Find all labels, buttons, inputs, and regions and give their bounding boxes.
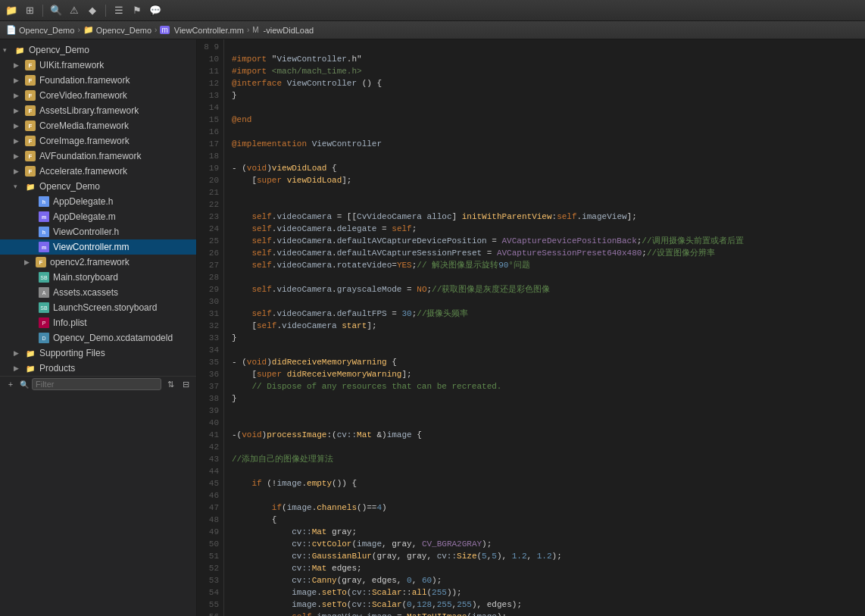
sidebar-item-opencv2[interactable]: ▶ F opencv2.framework	[0, 255, 196, 270]
xcdatamodel-icon: D	[38, 332, 50, 344]
storyboard-icon-launch: SB	[38, 302, 50, 314]
sidebar-label-coremedia: CoreMedia.framework	[39, 120, 196, 131]
toolbar-separator-2	[105, 5, 106, 17]
sidebar-label-ad-m: AppDelegate.m	[53, 211, 196, 222]
flag-icon[interactable]: ⚑	[130, 4, 144, 17]
breadcrumb-label-4: -viewDidLoad	[264, 26, 314, 35]
sidebar-bottom-bar: + 🔍 ⇅ ⊟	[0, 376, 196, 392]
chat-icon[interactable]: 💬	[148, 4, 162, 17]
view-options-icon[interactable]: ⊟	[180, 378, 192, 390]
sidebar-item-foundation[interactable]: ▶ F Foundation.framework	[0, 73, 196, 88]
sidebar-label-products: Products	[39, 363, 196, 374]
breadcrumb-icon-2: 📁	[83, 25, 94, 35]
sidebar-label-foundation: Foundation.framework	[39, 75, 196, 86]
sidebar-item-launchscreen[interactable]: SB LaunchScreen.storyboard	[0, 300, 196, 315]
filter-input[interactable]	[32, 378, 161, 390]
breadcrumb-item-4[interactable]: M -viewDidLoad	[252, 26, 314, 35]
sidebar-item-appdelegate-m[interactable]: m AppDelegate.m	[0, 209, 196, 224]
framework-icon-accelerate: F	[24, 165, 36, 177]
sidebar-item-info-plist[interactable]: P Info.plist	[0, 315, 196, 330]
tree-arrow-opencv2: ▶	[24, 258, 35, 266]
breadcrumb-label-3: ViewController.mm	[174, 26, 244, 35]
breadcrumb-icon-1: 📄	[6, 25, 17, 35]
sidebar-item-opencv-demo-group[interactable]: ▾ 📁 Opencv_Demo	[0, 179, 196, 194]
sidebar-item-accelerate[interactable]: ▶ F Accelerate.framework	[0, 164, 196, 179]
sidebar-item-viewcontroller-h[interactable]: h ViewController.h	[0, 224, 196, 239]
sidebar-label-ad-h: AppDelegate.h	[53, 196, 196, 207]
breadcrumb-sep-2: ›	[155, 26, 157, 34]
sidebar-label-supporting: Supporting Files	[39, 348, 196, 358]
breadcrumb-item-1[interactable]: 📄 Opencv_Demo	[6, 25, 74, 35]
sidebar-label-uikit: UIKit.framework	[39, 60, 196, 70]
sidebar-label-assets: Assets.xcassets	[53, 287, 196, 298]
toolbar: 📁 ⊞ 🔍 ⚠ ◆ ☰ ⚑ 💬	[0, 0, 865, 21]
folder-icon-products: 📁	[24, 362, 36, 374]
sidebar-label-opencv2: opencv2.framework	[50, 257, 196, 267]
sidebar-item-coremedia[interactable]: ▶ F CoreMedia.framework	[0, 118, 196, 133]
sidebar-item-opencv-demo-root[interactable]: ▾ 📁 Opencv_Demo	[0, 42, 196, 58]
storyboard-icon-main: SB	[38, 271, 50, 283]
sidebar-label-vc-h: ViewController.h	[53, 227, 196, 237]
sidebar-label-accelerate: Accelerate.framework	[39, 166, 196, 177]
breadcrumb-icon-3: m	[160, 26, 169, 34]
breadcrumb-item-3[interactable]: m ViewController.mm	[160, 26, 243, 35]
sidebar-item-main-storyboard[interactable]: SB Main.storyboard	[0, 270, 196, 285]
framework-icon-coremedia: F	[24, 120, 36, 132]
sidebar-label-root: Opencv_Demo	[29, 45, 196, 55]
grid-icon[interactable]: ⊞	[23, 4, 36, 17]
sidebar-label-coreimage: CoreImage.framework	[39, 136, 196, 146]
m-icon-appdelegate: m	[38, 211, 50, 223]
diamond-icon[interactable]: ◆	[86, 4, 99, 17]
sidebar-item-uikit[interactable]: ▶ F UIKit.framework	[0, 58, 196, 73]
folder-icon[interactable]: 📁	[5, 4, 18, 17]
sort-icon[interactable]: ⇅	[164, 378, 176, 390]
sidebar-label-main-sb: Main.storyboard	[53, 272, 196, 283]
framework-icon-corevideo: F	[24, 89, 36, 102]
breadcrumb-icon-4: M	[252, 26, 258, 34]
framework-icon-assetslibrary: F	[24, 105, 36, 117]
h-icon-viewcontroller: h	[38, 226, 50, 238]
tree-arrow-corevideo: ▶	[14, 92, 24, 99]
xcassets-icon: A	[38, 286, 50, 299]
breadcrumb-label-1: Opencv_Demo	[19, 26, 74, 35]
sidebar-item-avfoundation[interactable]: ▶ F AVFoundation.framework	[0, 149, 196, 164]
sidebar-item-coreimage[interactable]: ▶ F CoreImage.framework	[0, 133, 196, 149]
add-button[interactable]: +	[5, 378, 17, 390]
sidebar-item-viewcontroller-mm[interactable]: m ViewController.mm	[0, 239, 196, 255]
tree-arrow-coremedia: ▶	[14, 122, 24, 130]
sidebar-label-launch-sb: LaunchScreen.storyboard	[53, 302, 196, 313]
tree-arrow-root: ▾	[3, 46, 14, 54]
breadcrumb-item-2[interactable]: 📁 Opencv_Demo	[83, 25, 151, 35]
tree-arrow-coreimage: ▶	[14, 137, 24, 145]
h-icon-appdelegate: h	[38, 195, 50, 208]
sidebar-item-assetslibrary[interactable]: ▶ F AssetsLibrary.framework	[0, 103, 196, 118]
breadcrumb-sep-3: ›	[247, 26, 249, 34]
tree-arrow-assetslibrary: ▶	[14, 107, 24, 114]
sidebar-item-xcdatamodel[interactable]: D Opencv_Demo.xcdatamodeld	[0, 330, 196, 346]
tree-arrow-group: ▾	[14, 183, 24, 190]
sidebar-item-corevideo[interactable]: ▶ F CoreVideo.framework	[0, 88, 196, 103]
sidebar-item-assets[interactable]: A Assets.xcassets	[0, 285, 196, 300]
sidebar-item-appdelegate-h[interactable]: h AppDelegate.h	[0, 194, 196, 209]
tree-arrow-supporting: ▶	[14, 349, 24, 357]
breadcrumb-label-2: Opencv_Demo	[96, 26, 151, 35]
folder-icon-supporting: 📁	[24, 347, 36, 359]
framework-icon-foundation: F	[24, 74, 36, 86]
search-icon[interactable]: 🔍	[49, 4, 63, 17]
line-numbers: 8 9 10 11 12 13 14 15 16 17 18 19 20 21 …	[197, 39, 224, 616]
mm-icon-viewcontroller: m	[38, 241, 50, 253]
sidebar-label-corevideo: CoreVideo.framework	[39, 90, 196, 101]
warning-icon[interactable]: ⚠	[67, 4, 81, 17]
framework-icon-coreimage: F	[24, 135, 36, 147]
sidebar-item-supporting-files[interactable]: ▶ 📁 Supporting Files	[0, 346, 196, 361]
sidebar-item-products[interactable]: ▶ 📁 Products	[0, 361, 196, 376]
list-icon[interactable]: ☰	[112, 4, 126, 17]
code-content[interactable]: #import "ViewController.h" #import <mach…	[224, 39, 865, 616]
main-content: ▾ 📁 Opencv_Demo ▶ F UIKit.framework ▶ F …	[0, 39, 865, 616]
filter-icon: 🔍	[20, 380, 29, 389]
folder-icon-group: 📁	[24, 180, 36, 192]
tree-arrow-foundation: ▶	[14, 77, 24, 84]
plist-icon: P	[38, 317, 50, 329]
folder-icon-root: 📁	[14, 44, 26, 56]
tree-arrow-avfoundation: ▶	[14, 152, 24, 160]
